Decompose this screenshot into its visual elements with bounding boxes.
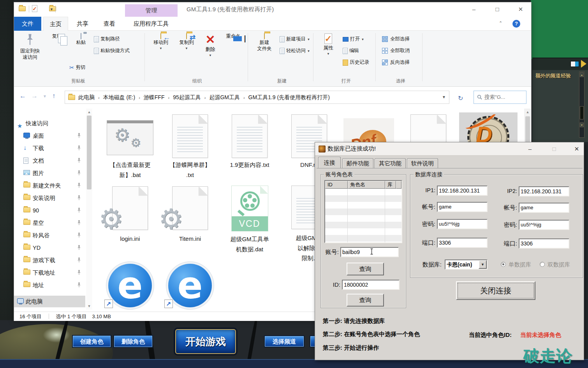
- file-update-notes-txt[interactable]: 1.9更新内容.txt: [220, 114, 279, 158]
- sidebar-item-lingfenggu[interactable]: 聆风谷: [14, 230, 85, 241]
- breadcrumb-item[interactable]: GM工具1.9 (先看使用教程再打开): [248, 94, 330, 100]
- tab-other[interactable]: 其它功能: [375, 158, 406, 168]
- tab-view[interactable]: 查看: [97, 17, 122, 31]
- manage-contextual-tab[interactable]: 管理: [125, 4, 178, 17]
- select-channel-button[interactable]: 选择频道: [265, 336, 304, 347]
- tab-connect[interactable]: 连接: [318, 157, 341, 168]
- history-button[interactable]: 历史记录: [343, 58, 369, 67]
- account-input[interactable]: bailbo9: [340, 247, 399, 257]
- breadcrumb-item[interactable]: 95起源工具: [173, 94, 201, 100]
- help-icon[interactable]: ?: [512, 20, 520, 28]
- start-game-button[interactable]: 开始游戏: [175, 329, 236, 354]
- sidebar-item-yd[interactable]: YD: [14, 242, 85, 254]
- double-db-label[interactable]: 双数据库: [548, 261, 570, 268]
- sidebar-item-address[interactable]: 地址: [14, 279, 85, 291]
- double-db-radio[interactable]: [540, 262, 545, 267]
- recent-locations-icon[interactable]: ▼: [43, 94, 47, 98]
- database-select[interactable]: 卡恩(cain) ▼: [445, 259, 488, 270]
- pin-to-quick-access-button[interactable]: 固定到快 速访问: [17, 33, 43, 60]
- scroll-down-icon[interactable]: ▼: [580, 123, 584, 127]
- role-table-body[interactable]: [325, 189, 401, 242]
- column-header-id[interactable]: ID: [325, 181, 348, 189]
- sidebar-item-desktop[interactable]: 桌面: [14, 130, 85, 142]
- up-icon[interactable]: ↑: [52, 92, 56, 100]
- account-input-left[interactable]: game: [437, 202, 488, 212]
- copy-button[interactable]: 复制: [47, 33, 67, 39]
- channel-list-scrollbar[interactable]: ▲ ▼: [579, 72, 584, 138]
- close-connection-button[interactable]: 关闭连接: [456, 281, 535, 300]
- scroll-up-icon[interactable]: ▲: [525, 110, 530, 114]
- ip1-input[interactable]: 192.168.200.131: [437, 186, 488, 196]
- tab-about[interactable]: 软件说明: [407, 158, 438, 168]
- scroll-thumb[interactable]: [87, 116, 92, 189]
- single-db-radio[interactable]: [501, 262, 506, 267]
- sidebar-item-quick-access[interactable]: ★快速访问: [14, 117, 85, 129]
- tab-home[interactable]: 主页: [43, 17, 68, 31]
- back-icon[interactable]: ←: [19, 92, 26, 100]
- id-input[interactable]: 18000002: [342, 280, 400, 290]
- account-input-right[interactable]: game: [519, 203, 569, 213]
- address-dropdown-icon[interactable]: ▼: [442, 91, 446, 103]
- play-arrow-icon[interactable]: [581, 60, 586, 68]
- cut-button[interactable]: ✂剪切: [69, 63, 86, 72]
- file-browser-shortcut-1[interactable]: e ↗: [101, 262, 159, 307]
- minimize-button[interactable]: –: [522, 144, 538, 154]
- paste-button[interactable]: 粘贴: [71, 33, 91, 46]
- scroll-up-icon[interactable]: ▲: [580, 72, 584, 77]
- search-input[interactable]: 搜索"G...: [474, 91, 526, 104]
- properties-button[interactable]: ✓ 属性 ▼: [318, 33, 339, 57]
- file-update-bat[interactable]: ⚙ ⚙ 【点击查最新更新】.bat: [101, 116, 159, 155]
- sidebar-scrollbar[interactable]: ▲ ▼: [86, 109, 92, 310]
- password-input-right[interactable]: uu5!^%jg: [519, 220, 569, 230]
- port-input-right[interactable]: 3306: [519, 238, 569, 249]
- create-role-button[interactable]: 创建角色: [73, 336, 111, 347]
- refresh-icon[interactable]: ↻: [458, 95, 463, 102]
- sidebar-item-download-address[interactable]: 下载地址: [14, 267, 85, 279]
- open-button[interactable]: 打开 ▼: [343, 34, 364, 44]
- port-input-left[interactable]: 3306: [437, 238, 488, 248]
- new-item-button[interactable]: 新建项目 ▼: [280, 34, 310, 44]
- paste-shortcut-button[interactable]: 粘贴快捷方式: [94, 46, 130, 55]
- file-gm-data-dat[interactable]: VCD 超级GM工具单机数据.dat: [220, 186, 279, 231]
- checkmark-icon[interactable]: ✓: [32, 5, 37, 12]
- file-browser-shortcut-2[interactable]: e ↗: [161, 262, 219, 307]
- query-account-button[interactable]: 查询: [347, 263, 384, 275]
- delete-button[interactable]: ✕ 删除 ▼: [201, 33, 220, 59]
- column-header-name[interactable]: 角色名: [348, 181, 385, 189]
- dropdown-arrow-icon[interactable]: ▼: [479, 260, 487, 269]
- maximize-button[interactable]: □: [488, 4, 506, 15]
- breadcrumb-item[interactable]: 游蝶FFF: [144, 94, 165, 100]
- role-table[interactable]: ID 角色名 库: [324, 180, 402, 243]
- chevron-down-icon[interactable]: ▼: [50, 7, 53, 11]
- minimize-button[interactable]: –: [465, 4, 483, 15]
- easy-access-button[interactable]: 轻松访问 ▼: [280, 46, 310, 55]
- tab-app-tools[interactable]: 应用程序工具: [124, 17, 178, 31]
- tab-share[interactable]: 共享: [70, 17, 95, 31]
- sidebar-item-downloads[interactable]: ↓下载: [14, 142, 85, 154]
- forward-icon[interactable]: →: [31, 92, 38, 100]
- close-button[interactable]: ✕: [569, 144, 584, 154]
- breadcrumb-item[interactable]: 本地磁盘 (E:): [103, 94, 135, 100]
- breadcrumb-item[interactable]: 此电脑: [78, 94, 95, 100]
- select-none-button[interactable]: 全部取消: [382, 46, 410, 55]
- invert-selection-button[interactable]: 反向选择: [382, 58, 410, 67]
- breadcrumb-item[interactable]: 起源GM工具: [209, 94, 240, 100]
- sidebar-item-starry-sky[interactable]: 星空: [14, 217, 85, 229]
- sidebar-item-pictures[interactable]: 图片: [14, 167, 85, 179]
- file-titem-ini[interactable]: ⚙ Titem.ini: [161, 186, 219, 230]
- select-all-button[interactable]: 全部选择: [382, 34, 410, 44]
- column-header-db[interactable]: 库: [385, 181, 396, 189]
- sidebar-item-this-pc[interactable]: 此电脑: [14, 296, 85, 307]
- delete-role-button[interactable]: 删除角色: [114, 336, 152, 347]
- sidebar-item-install-notes[interactable]: 安装说明: [14, 192, 85, 204]
- query-id-button[interactable]: 查询: [347, 294, 384, 307]
- copy-path-button[interactable]: 复制路径: [94, 34, 120, 44]
- move-to-button[interactable]: ← 移动到 ▼: [150, 33, 172, 52]
- breadcrumb[interactable]: 此电脑›本地磁盘 (E:)›游蝶FFF›95起源工具›起源GM工具›GM工具1.…: [65, 91, 449, 104]
- file-login-ini[interactable]: ⚙ login.ini: [101, 186, 159, 230]
- copy-to-button[interactable]: ⇄ 复制到 ▼: [175, 33, 198, 52]
- rename-button[interactable]: I 重命名: [222, 33, 245, 39]
- folder-icon[interactable]: [19, 6, 26, 11]
- close-button[interactable]: ✕: [512, 4, 530, 15]
- edit-button[interactable]: 编辑: [343, 46, 359, 55]
